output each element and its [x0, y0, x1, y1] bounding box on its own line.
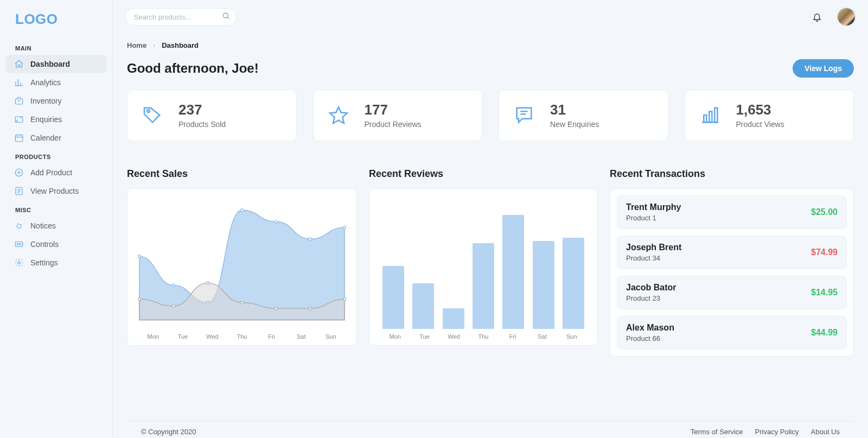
sidebar-item-dashboard[interactable]: Dashboard [5, 55, 107, 73]
x-tick: Mon [138, 333, 168, 340]
bar [382, 266, 404, 329]
stat-card: 1,653Product Views [685, 90, 854, 141]
stat-card: 237Products Sold [127, 90, 297, 141]
x-tick: Fri [257, 333, 286, 340]
stat-value: 237 [178, 102, 226, 118]
svg-point-19 [275, 220, 278, 223]
topbar [113, 0, 868, 34]
x-tick: Sat [527, 333, 557, 340]
view-logs-button[interactable]: View Logs [793, 59, 854, 78]
svg-point-25 [241, 301, 244, 304]
breadcrumb-current: Dashboard [162, 41, 199, 49]
x-tick: Tue [168, 333, 198, 340]
x-tick: Sun [557, 333, 586, 340]
tag-icon [142, 104, 163, 126]
bar [443, 308, 464, 329]
sidebar-item-label: Notices [30, 221, 56, 230]
svg-point-22 [138, 297, 141, 300]
sliders-icon [14, 239, 24, 249]
sidebar-item-notices[interactable]: Notices [5, 217, 107, 235]
sidebar-section-label: MISC [0, 200, 112, 217]
svg-point-17 [206, 301, 209, 304]
notifications-button[interactable] [808, 8, 826, 26]
footer-link[interactable]: About Us [811, 428, 840, 436]
transaction-product: Product 1 [626, 214, 681, 222]
svg-point-20 [309, 238, 312, 240]
transaction-item[interactable]: Jacob BatorProduct 23$14.95 [617, 276, 847, 309]
sidebar-item-label: Calender [30, 134, 61, 142]
stat-label: Product Views [736, 120, 784, 129]
svg-point-11 [147, 110, 150, 112]
bar [533, 241, 554, 329]
sidebar-item-analytics[interactable]: Analytics [5, 73, 107, 92]
calendar-icon [14, 133, 24, 143]
transaction-item[interactable]: Joseph BrentProduct 34$74.99 [617, 236, 847, 269]
transactions-list: Trent MurphyProduct 1$25.00Joseph BrentP… [610, 188, 854, 357]
transaction-amount: $25.00 [811, 207, 838, 217]
x-tick: Tue [410, 333, 439, 340]
sidebar-item-controls[interactable]: Controls [5, 235, 107, 253]
stat-value: 31 [550, 102, 599, 118]
sidebar-item-label: Add Product [30, 168, 72, 177]
bar [473, 243, 494, 329]
sidebar-item-enquiries[interactable]: Enquiries [5, 110, 107, 129]
transaction-name: Alex Mason [626, 323, 674, 333]
svg-point-16 [172, 284, 175, 287]
transaction-product: Product 23 [626, 294, 676, 302]
transaction-amount: $74.99 [811, 247, 838, 257]
svg-point-21 [343, 226, 346, 228]
footer: © Copyright 2020 Terms of ServicePrivacy… [127, 421, 854, 438]
footer-link[interactable]: Terms of Service [691, 428, 743, 436]
breadcrumb-home[interactable]: Home [127, 41, 146, 49]
sidebar-item-inventory[interactable]: Inventory [5, 92, 107, 110]
stats-row: 237Products Sold177Product Reviews31New … [127, 90, 854, 141]
analytics-icon [14, 78, 24, 87]
transaction-name: Joseph Brent [626, 243, 681, 252]
sidebar-item-label: Enquiries [30, 115, 62, 124]
sidebar-item-settings[interactable]: Settings [5, 253, 107, 272]
home-icon [14, 59, 24, 69]
x-tick: Sun [316, 333, 346, 340]
stat-label: New Enquiries [550, 120, 599, 129]
svg-point-15 [138, 255, 141, 257]
bar [412, 283, 434, 329]
svg-point-7 [20, 244, 21, 245]
copyright: © Copyright 2020 [141, 428, 196, 436]
sidebar-item-add-product[interactable]: Add Product [5, 163, 107, 182]
svg-point-27 [309, 307, 312, 309]
logo[interactable]: LOGO [0, 0, 112, 39]
transaction-item[interactable]: Alex MasonProduct 66$44.99 [617, 316, 847, 350]
sidebar-item-label: Dashboard [30, 60, 70, 68]
stat-card: 31New Enquiries [499, 90, 668, 141]
svg-point-28 [343, 297, 346, 300]
x-tick: Sat [286, 333, 316, 340]
recent-sales-title: Recent Sales [127, 168, 357, 180]
stat-label: Products Sold [178, 120, 226, 129]
transaction-item[interactable]: Trent MurphyProduct 1$25.00 [617, 195, 847, 229]
page-title: Good afternoon, Joe! [127, 61, 259, 76]
transaction-name: Jacob Bator [626, 283, 676, 293]
svg-rect-13 [709, 112, 712, 123]
gear-icon [14, 258, 24, 268]
search-input[interactable] [125, 8, 237, 26]
enquiries-icon [14, 115, 24, 124]
sidebar-item-calender[interactable]: Calender [5, 129, 107, 147]
sidebar-item-view-products[interactable]: View Products [5, 182, 107, 200]
stat-card: 177Product Reviews [313, 90, 483, 141]
svg-rect-12 [704, 115, 706, 122]
svg-rect-5 [15, 242, 23, 247]
x-tick: Thu [469, 333, 498, 340]
transaction-amount: $14.95 [811, 288, 838, 297]
svg-point-23 [172, 304, 175, 307]
transaction-product: Product 66 [626, 334, 674, 342]
stat-value: 177 [365, 102, 422, 118]
chevron-right-icon [152, 41, 156, 49]
transaction-name: Trent Murphy [626, 202, 681, 212]
bell-icon [812, 12, 822, 22]
recent-reviews-title: Recent Reviews [369, 168, 598, 180]
chat-icon [513, 104, 535, 126]
avatar[interactable] [837, 7, 856, 27]
footer-link[interactable]: Privacy Policy [755, 428, 799, 436]
bar [502, 215, 524, 329]
list-icon [14, 186, 24, 196]
